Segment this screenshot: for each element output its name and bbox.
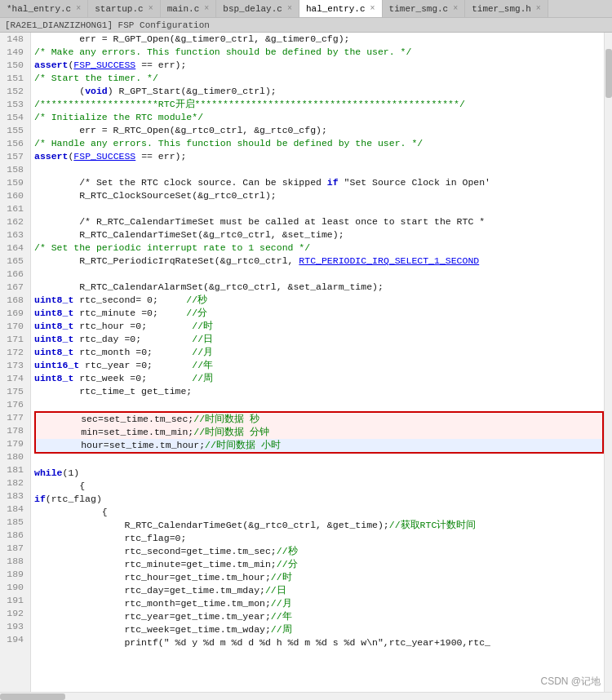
vertical-scrollbar[interactable] <box>604 33 612 692</box>
code-line: rtc_minute=get_time.tm_min;//分 <box>34 558 604 571</box>
tab-label: timer_smg.c <box>389 4 449 14</box>
watermark: CSDN @记地 <box>540 675 601 689</box>
tab-label: timer_smg.h <box>472 4 531 14</box>
code-line: R_RTC_ClockSourceSet(&g_rtc0_ctrl); <box>34 189 604 202</box>
code-line <box>34 268 604 281</box>
code-line: rtc_hour=get_time.tm_hour;//时 <box>34 571 604 584</box>
tab-close-icon[interactable]: × <box>76 4 81 13</box>
code-line: R_RTC_CalendarAlarmSet(&g_rtc0_ctrl, &se… <box>34 281 604 294</box>
code-line: uint16_t rtc_year =0; //年 <box>34 359 604 372</box>
tab-main[interactable]: main.c × <box>161 0 217 18</box>
tab-close-icon[interactable]: × <box>536 4 541 13</box>
code-line: uint8_t rtc_week =0; //周 <box>34 372 604 385</box>
code-line: assert(FSP_SUCCESS == err); <box>34 150 604 163</box>
tab-label: bsp_delay.c <box>223 4 282 14</box>
code-line <box>34 163 604 176</box>
editor-path: [RA2E1_DIANZIZHONG1] FSP Configuration <box>5 20 210 30</box>
code-line: err = R_GPT_Open(&g_timer0_ctrl, &g_time… <box>34 33 604 46</box>
code-line: sec=set_time.tm_sec;//时间数据 秒 <box>36 413 602 426</box>
code-line: assert(FSP_SUCCESS == err); <box>34 59 604 72</box>
tab-close-icon[interactable]: × <box>287 4 292 13</box>
tab-hal-entry2[interactable]: hal_entry.c × <box>299 0 383 18</box>
code-line: uint8_t rtc_minute =0; //分 <box>34 307 604 320</box>
code-line: rtc_week=get_time.tm_wday;//周 <box>34 623 604 636</box>
code-line: rtc_year=get_time.tm_year;//年 <box>34 610 604 623</box>
editor-wrapper: [RA2E1_DIANZIZHONG1] FSP Configuration 1… <box>0 18 612 700</box>
code-line: { <box>34 506 604 519</box>
code-line: R_RTC_PeriodicIrqRateSet(&g_rtc0_ctrl, R… <box>34 255 604 268</box>
tab-timer-smg-h[interactable]: timer_smg.h × <box>465 0 548 18</box>
code-line: min=set_time.tm_min;//时间数据 分钟 <box>36 426 602 439</box>
editor-title-bar: [RA2E1_DIANZIZHONG1] FSP Configuration <box>0 18 612 33</box>
code-area[interactable]: 1481491501511521531541551561571581591601… <box>0 33 612 692</box>
code-line: uint8_t rtc_day =0; //日 <box>34 333 604 346</box>
code-line: printf(" %d y %d m %d d %d h %d m %d s %… <box>34 636 604 649</box>
code-line: R_RTC_CalendarTimeGet(&g_rtc0_ctrl, &get… <box>34 519 604 532</box>
code-line <box>34 202 604 215</box>
code-line: /* Initialize the RTC module*/ <box>34 111 604 124</box>
tab-bar: *hal_entry.c × startup.c × main.c × bsp_… <box>0 0 612 18</box>
code-line: /* Handle any errors. This function shou… <box>34 137 604 150</box>
code-line: /* R_RTC_CalendarTimeSet must be called … <box>34 215 604 228</box>
code-line: rtc_flag=0; <box>34 532 604 545</box>
tab-label: *hal_entry.c <box>7 4 71 14</box>
tab-close-icon[interactable]: × <box>370 4 375 13</box>
scrollbar-h-track <box>0 693 612 700</box>
code-line: uint8_t rtc_hour =0; //时 <box>34 320 604 333</box>
code-line: hour=set_time.tm_hour;//时间数据 小时 <box>36 439 602 452</box>
code-line: uint8_t rtc_second= 0; //秒 <box>34 294 604 307</box>
code-line: err = R_RTC_Open(&g_rtc0_ctrl, &g_rtc0_c… <box>34 124 604 137</box>
tab-label: main.c <box>167 4 200 14</box>
tab-close-icon[interactable]: × <box>204 4 209 13</box>
tab-hal-entry[interactable]: *hal_entry.c × <box>0 0 88 18</box>
tab-close-icon[interactable]: × <box>149 4 153 13</box>
code-line: rtc_month=get_time.tm_mon;//月 <box>34 597 604 610</box>
code-line: R_RTC_CalendarTimeSet(&g_rtc0_ctrl, &set… <box>34 228 604 241</box>
code-lines[interactable]: err = R_GPT_Open(&g_timer0_ctrl, &g_time… <box>31 33 604 692</box>
horizontal-scrollbar[interactable] <box>0 692 612 700</box>
code-line: rtc_time_t get_time; <box>34 385 604 398</box>
code-line <box>34 398 604 411</box>
code-line: rtc_day=get_time.tm_mday;//日 <box>34 584 604 597</box>
scrollbar-thumb[interactable] <box>605 49 612 98</box>
code-line: /* Set the RTC clock source. Can be skip… <box>34 176 604 189</box>
code-line: rtc_second=get_time.tm_sec;//秒 <box>34 545 604 558</box>
code-line: while(1) <box>34 467 604 480</box>
code-line: { <box>34 480 604 493</box>
line-numbers: 1481491501511521531541551561571581591601… <box>0 33 31 692</box>
code-line: /*********************RTC开启*************… <box>34 98 604 111</box>
tab-close-icon[interactable]: × <box>453 4 458 13</box>
code-line: uint8_t rtc_month =0; //月 <box>34 346 604 359</box>
code-line: /* Set the periodic interrupt rate to 1 … <box>34 241 604 255</box>
tab-startup[interactable]: startup.c × <box>88 0 160 18</box>
red-box-highlight: sec=set_time.tm_sec;//时间数据 秒 min=set_tim… <box>34 411 604 454</box>
ide-container: *hal_entry.c × startup.c × main.c × bsp_… <box>0 0 612 700</box>
code-line: (void) R_GPT_Start(&g_timer0_ctrl); <box>34 85 604 98</box>
code-line: if(rtc_flag) <box>34 493 604 506</box>
tab-timer-smg-c[interactable]: timer_smg.c × <box>383 0 466 18</box>
code-line: /* Start the timer. */ <box>34 72 604 85</box>
tab-bsp-delay[interactable]: bsp_delay.c × <box>216 0 299 18</box>
scrollbar-h-thumb[interactable] <box>0 693 65 700</box>
code-line <box>34 454 604 467</box>
tab-label: hal_entry.c <box>306 4 366 14</box>
tab-label: startup.c <box>95 4 143 14</box>
code-line: /* Make any errors. This function should… <box>34 46 604 59</box>
